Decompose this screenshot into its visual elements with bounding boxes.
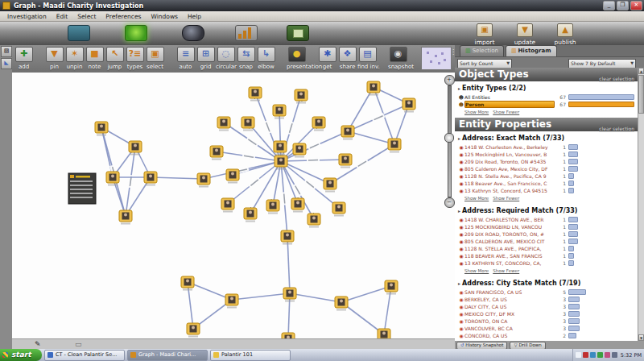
- histogram-row[interactable]: ◉1128 N. Stella Ave., Pacifica, CA 91: [458, 172, 636, 180]
- histogram-row[interactable]: ◉1128 N. STELLA AVE., PACIFICA,1: [458, 245, 636, 252]
- entity-node-s17[interactable]: [308, 214, 320, 228]
- entity-node-s4[interactable]: [217, 117, 230, 131]
- task-graph-maadi-chari[interactable]: Graph - Maadi Chari...: [127, 350, 208, 361]
- pointer-mode-button[interactable]: ◣: [1, 58, 12, 69]
- restore-button[interactable]: ❐: [617, 1, 629, 10]
- entity-node-s10[interactable]: [339, 154, 352, 168]
- show-fewer-link[interactable]: Show Fewer: [493, 196, 519, 201]
- entity-node-r4[interactable]: [388, 139, 401, 153]
- histogram-row[interactable]: ◉1418 W. CHARLESTON AVE., BER1: [458, 216, 636, 223]
- menu-preferences[interactable]: Preferences: [101, 13, 146, 20]
- entity-node-r3[interactable]: [341, 126, 354, 140]
- tab-histogram[interactable]: ▥Histogram: [506, 45, 557, 56]
- edge-r3-r4[interactable]: [348, 131, 394, 144]
- snap-button[interactable]: ⇆snap: [236, 47, 256, 70]
- histogram-row[interactable]: ☻All Entities67: [458, 93, 636, 101]
- histogram-row[interactable]: ◉125 MOCKINGBIRD LN, VANCOU1: [458, 223, 636, 230]
- entity-node-s16[interactable]: [291, 198, 304, 213]
- histogram-row[interactable]: ◉125 Mockingbird Ln, Vancouver, B1: [458, 151, 636, 158]
- link-chart[interactable]: [12, 73, 455, 338]
- histogram-row[interactable]: ◉118 BEAVER AVE., SAN FRANCIS1: [458, 252, 636, 259]
- histogram-row[interactable]: ◉209 DIX ROAD, TORONTO, ON, #1: [458, 230, 636, 238]
- elbow-button[interactable]: ↳elbow: [256, 47, 276, 70]
- histogram-row[interactable]: ◉13 KATHRYN ST, CONCORD, CA,1: [458, 259, 636, 267]
- zoom-in-icon[interactable]: +: [444, 75, 455, 85]
- histogram-row[interactable]: ◉118 Beaver Ave., San Francisco, C1: [458, 180, 636, 187]
- add-button[interactable]: ✚add: [14, 47, 34, 70]
- histogram-row[interactable]: ◉TORONTO, ON CA3: [458, 317, 636, 325]
- edge-b6-b7[interactable]: [341, 286, 391, 302]
- task-ct-clean-palantir-se[interactable]: CT - Clean Palantir Se...: [44, 350, 125, 361]
- graph-mode-icon[interactable]: [125, 25, 147, 41]
- tray-icon[interactable]: [597, 352, 603, 358]
- histogram-row[interactable]: ◉805 Calderon Ave, Mexico City, DF1: [458, 165, 636, 172]
- entity-node-b8[interactable]: [378, 329, 390, 338]
- histogram-row[interactable]: ☻Person67: [458, 101, 636, 108]
- tab-selection[interactable]: ▥Selection: [460, 45, 504, 56]
- show-more-link[interactable]: Show More: [464, 268, 489, 273]
- graph-canvas[interactable]: + −: [12, 73, 455, 338]
- note-box[interactable]: [68, 173, 96, 204]
- minimize-button[interactable]: _: [603, 1, 615, 10]
- entity-node-s18[interactable]: [332, 202, 345, 217]
- edit-mode-button[interactable]: ▨: [1, 46, 12, 57]
- note-button[interactable]: ■note: [85, 47, 105, 70]
- tray-icon[interactable]: [612, 352, 617, 358]
- chart-mode-icon[interactable]: [235, 25, 258, 41]
- entity-node-b6[interactable]: [335, 297, 348, 311]
- zoom-slider[interactable]: + −: [444, 75, 455, 208]
- tray-icon[interactable]: [605, 352, 610, 358]
- edge-r1-r3[interactable]: [348, 87, 374, 131]
- pin-button[interactable]: ▼pin: [44, 47, 64, 70]
- zoom-thumb[interactable]: [444, 133, 454, 143]
- unpin-button[interactable]: ✶unpin: [64, 47, 85, 70]
- show-fewer-link[interactable]: Show Fewer: [493, 110, 519, 114]
- entity-node-s12[interactable]: [197, 173, 210, 188]
- task-palantir-101[interactable]: Palantir 101: [210, 350, 291, 361]
- menu-edit[interactable]: Edit: [52, 13, 73, 20]
- minimap-thumbnail[interactable]: [421, 47, 452, 70]
- edge-n4-s12[interactable]: [151, 177, 204, 179]
- histogram-row[interactable]: ◉CONCORD, CA US2: [458, 332, 636, 339]
- types-button[interactable]: ?≡types: [125, 47, 145, 70]
- scroll-down-icon[interactable]: ▼: [638, 334, 644, 341]
- get-button[interactable]: ✱get: [317, 47, 337, 70]
- histogram-row[interactable]: ◉MEXICO CITY, DF MX3: [458, 310, 636, 317]
- tray-icon[interactable]: [590, 352, 596, 358]
- browser-mode-icon[interactable]: [182, 25, 204, 41]
- entity-node-b3[interactable]: [187, 323, 200, 338]
- entity-node-n1[interactable]: [95, 122, 108, 136]
- show-more-link[interactable]: Show More: [464, 196, 489, 201]
- scroll-thumb[interactable]: [638, 75, 644, 114]
- entity-node-s13[interactable]: [221, 198, 234, 213]
- jump-button[interactable]: ↖jump: [105, 47, 125, 70]
- entity-node-r1[interactable]: [367, 81, 380, 96]
- histogram-row[interactable]: ◉DALY CITY, CA US3: [458, 303, 636, 310]
- tray-icon[interactable]: [576, 352, 581, 358]
- share-button[interactable]: ❖share: [337, 47, 357, 70]
- entity-node-s6[interactable]: [312, 117, 325, 131]
- publish-button[interactable]: ▲publish: [547, 23, 583, 46]
- entity-node-n5[interactable]: [119, 210, 132, 225]
- find-inv-button[interactable]: ▤find inv.: [357, 47, 378, 70]
- presentation-button[interactable]: ●presentation: [287, 47, 307, 70]
- update-button[interactable]: ▼update: [507, 23, 543, 46]
- auto-button[interactable]: ≡auto: [175, 47, 196, 70]
- close-button[interactable]: ✕: [630, 1, 642, 10]
- entity-node-s5[interactable]: [242, 117, 254, 131]
- histogram-row[interactable]: ◉209 Dix Road, Toronto, ON #54351: [458, 158, 636, 165]
- entity-node-s3[interactable]: [295, 89, 308, 104]
- histogram-row[interactable]: ◉BERKELEY, CA US3: [458, 296, 636, 303]
- import-button[interactable]: ▣import: [467, 23, 502, 46]
- histogram-row[interactable]: ◉13 Kathryn St, Concord, CA 945151: [458, 187, 636, 194]
- edge-b4-b5[interactable]: [288, 293, 290, 338]
- clear-selection-link[interactable]: clear selection: [599, 122, 634, 135]
- menu-windows[interactable]: Windows: [146, 13, 182, 20]
- histogram-row[interactable]: ◉1418 W. Charleston Ave., Berkeley1: [458, 143, 636, 151]
- finance-mode-icon[interactable]: [287, 25, 309, 41]
- show-more-link[interactable]: Show More: [464, 110, 489, 114]
- entity-node-b1[interactable]: [181, 276, 194, 291]
- entity-node-b5[interactable]: [282, 333, 295, 338]
- menu-investigation[interactable]: Investigation: [2, 13, 52, 20]
- clear-selection-link[interactable]: clear selection: [599, 72, 634, 85]
